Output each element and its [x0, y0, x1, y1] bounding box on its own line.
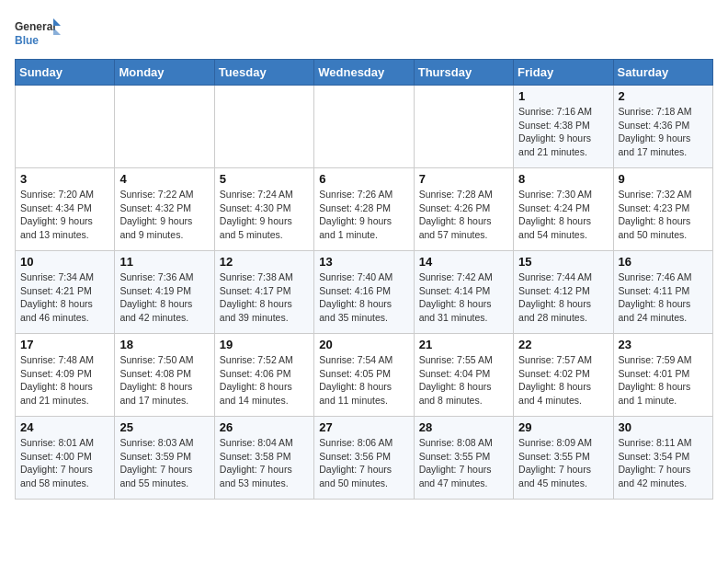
day-number: 25 [119, 420, 209, 434]
week-row-0: 1Sunrise: 7:16 AM Sunset: 4:38 PM Daylig… [16, 86, 713, 168]
header-cell-monday: Monday [115, 60, 214, 86]
day-cell: 18Sunrise: 7:50 AM Sunset: 4:08 PM Dayli… [115, 334, 214, 417]
day-info: Sunrise: 7:18 AM Sunset: 4:36 PM Dayligh… [619, 105, 708, 159]
day-number: 7 [419, 172, 508, 186]
day-cell: 12Sunrise: 7:38 AM Sunset: 4:17 PM Dayli… [214, 251, 313, 334]
day-cell: 10Sunrise: 7:34 AM Sunset: 4:21 PM Dayli… [16, 251, 115, 334]
day-info: Sunrise: 7:44 AM Sunset: 4:12 PM Dayligh… [518, 270, 608, 325]
day-info: Sunrise: 8:04 AM Sunset: 3:58 PM Dayligh… [220, 436, 309, 490]
day-info: Sunrise: 7:32 AM Sunset: 4:23 PM Dayligh… [619, 188, 708, 242]
day-info: Sunrise: 8:11 AM Sunset: 3:54 PM Dayligh… [619, 436, 708, 490]
day-cell: 11Sunrise: 7:36 AM Sunset: 4:19 PM Dayli… [115, 251, 214, 334]
week-row-4: 24Sunrise: 8:01 AM Sunset: 4:00 PM Dayli… [16, 417, 713, 500]
day-cell: 16Sunrise: 7:46 AM Sunset: 4:11 PM Dayli… [613, 251, 712, 334]
day-info: Sunrise: 7:46 AM Sunset: 4:11 PM Dayligh… [619, 270, 708, 325]
day-info: Sunrise: 7:54 AM Sunset: 4:05 PM Dayligh… [319, 353, 408, 408]
header-cell-friday: Friday [514, 60, 613, 86]
day-cell: 4Sunrise: 7:22 AM Sunset: 4:32 PM Daylig… [115, 168, 214, 251]
day-info: Sunrise: 8:01 AM Sunset: 4:00 PM Dayligh… [20, 436, 109, 490]
day-cell: 21Sunrise: 7:55 AM Sunset: 4:04 PM Dayli… [414, 334, 513, 417]
day-cell: 5Sunrise: 7:24 AM Sunset: 4:30 PM Daylig… [214, 168, 313, 251]
day-cell: 15Sunrise: 7:44 AM Sunset: 4:12 PM Dayli… [514, 251, 613, 334]
svg-text:Blue: Blue [15, 34, 39, 47]
day-info: Sunrise: 8:06 AM Sunset: 3:56 PM Dayligh… [319, 436, 408, 490]
day-number: 16 [619, 255, 708, 269]
svg-text:General: General [15, 20, 56, 33]
day-info: Sunrise: 7:36 AM Sunset: 4:19 PM Dayligh… [119, 270, 209, 325]
day-cell [314, 86, 414, 168]
header-row: SundayMondayTuesdayWednesdayThursdayFrid… [16, 60, 713, 86]
day-cell: 7Sunrise: 7:28 AM Sunset: 4:26 PM Daylig… [414, 168, 513, 251]
day-number: 27 [319, 420, 408, 434]
day-cell [16, 86, 115, 168]
day-number: 11 [119, 255, 209, 269]
day-info: Sunrise: 7:30 AM Sunset: 4:24 PM Dayligh… [518, 188, 608, 242]
day-number: 13 [319, 255, 408, 269]
day-info: Sunrise: 7:42 AM Sunset: 4:14 PM Dayligh… [419, 270, 508, 325]
day-info: Sunrise: 7:24 AM Sunset: 4:30 PM Dayligh… [220, 188, 309, 242]
logo-svg: General Blue [15, 15, 61, 52]
day-cell [414, 86, 513, 168]
day-cell: 25Sunrise: 8:03 AM Sunset: 3:59 PM Dayli… [115, 417, 214, 500]
day-number: 8 [518, 172, 608, 186]
day-cell: 17Sunrise: 7:48 AM Sunset: 4:09 PM Dayli… [16, 334, 115, 417]
day-number: 28 [419, 420, 508, 434]
day-number: 18 [119, 338, 209, 351]
day-number: 29 [518, 420, 608, 434]
day-cell: 6Sunrise: 7:26 AM Sunset: 4:28 PM Daylig… [314, 168, 414, 251]
day-cell: 3Sunrise: 7:20 AM Sunset: 4:34 PM Daylig… [16, 168, 115, 251]
day-info: Sunrise: 7:26 AM Sunset: 4:28 PM Dayligh… [319, 188, 408, 242]
day-number: 5 [220, 172, 309, 186]
calendar-table: SundayMondayTuesdayWednesdayThursdayFrid… [15, 59, 713, 500]
day-info: Sunrise: 7:22 AM Sunset: 4:32 PM Dayligh… [119, 188, 209, 242]
day-number: 15 [518, 255, 608, 269]
day-cell: 19Sunrise: 7:52 AM Sunset: 4:06 PM Dayli… [214, 334, 313, 417]
day-number: 30 [619, 420, 708, 434]
day-number: 24 [20, 420, 109, 434]
day-info: Sunrise: 7:38 AM Sunset: 4:17 PM Dayligh… [220, 270, 309, 325]
day-info: Sunrise: 7:52 AM Sunset: 4:06 PM Dayligh… [220, 353, 309, 408]
day-cell: 24Sunrise: 8:01 AM Sunset: 4:00 PM Dayli… [16, 417, 115, 500]
day-info: Sunrise: 7:50 AM Sunset: 4:08 PM Dayligh… [119, 353, 209, 408]
day-cell: 23Sunrise: 7:59 AM Sunset: 4:01 PM Dayli… [613, 334, 712, 417]
day-number: 6 [319, 172, 408, 186]
day-number: 19 [220, 338, 309, 351]
day-number: 12 [220, 255, 309, 269]
week-row-2: 10Sunrise: 7:34 AM Sunset: 4:21 PM Dayli… [16, 251, 713, 334]
day-info: Sunrise: 8:03 AM Sunset: 3:59 PM Dayligh… [119, 436, 209, 490]
day-cell: 1Sunrise: 7:16 AM Sunset: 4:38 PM Daylig… [514, 86, 613, 168]
day-cell: 14Sunrise: 7:42 AM Sunset: 4:14 PM Dayli… [414, 251, 513, 334]
day-number: 21 [419, 338, 508, 351]
day-info: Sunrise: 7:40 AM Sunset: 4:16 PM Dayligh… [319, 270, 408, 325]
day-info: Sunrise: 7:34 AM Sunset: 4:21 PM Dayligh… [20, 270, 109, 325]
day-number: 17 [20, 338, 109, 351]
day-cell: 28Sunrise: 8:08 AM Sunset: 3:55 PM Dayli… [414, 417, 513, 500]
day-info: Sunrise: 8:08 AM Sunset: 3:55 PM Dayligh… [419, 436, 508, 490]
day-number: 23 [619, 338, 708, 351]
day-number: 9 [619, 172, 708, 186]
day-cell: 22Sunrise: 7:57 AM Sunset: 4:02 PM Dayli… [514, 334, 613, 417]
day-cell: 27Sunrise: 8:06 AM Sunset: 3:56 PM Dayli… [314, 417, 414, 500]
day-cell: 26Sunrise: 8:04 AM Sunset: 3:58 PM Dayli… [214, 417, 313, 500]
day-cell: 30Sunrise: 8:11 AM Sunset: 3:54 PM Dayli… [613, 417, 712, 500]
day-info: Sunrise: 7:57 AM Sunset: 4:02 PM Dayligh… [518, 353, 608, 408]
header-cell-thursday: Thursday [414, 60, 513, 86]
day-info: Sunrise: 7:28 AM Sunset: 4:26 PM Dayligh… [419, 188, 508, 242]
day-number: 26 [220, 420, 309, 434]
day-cell: 2Sunrise: 7:18 AM Sunset: 4:36 PM Daylig… [613, 86, 712, 168]
day-number: 4 [119, 172, 209, 186]
day-cell [214, 86, 313, 168]
week-row-1: 3Sunrise: 7:20 AM Sunset: 4:34 PM Daylig… [16, 168, 713, 251]
day-info: Sunrise: 7:48 AM Sunset: 4:09 PM Dayligh… [20, 353, 109, 408]
header-cell-wednesday: Wednesday [314, 60, 414, 86]
day-number: 10 [20, 255, 109, 269]
day-info: Sunrise: 7:16 AM Sunset: 4:38 PM Dayligh… [518, 105, 608, 159]
svg-marker-2 [53, 18, 61, 26]
header-cell-sunday: Sunday [16, 60, 115, 86]
day-cell: 20Sunrise: 7:54 AM Sunset: 4:05 PM Dayli… [314, 334, 414, 417]
day-info: Sunrise: 8:09 AM Sunset: 3:55 PM Dayligh… [518, 436, 608, 490]
day-info: Sunrise: 7:59 AM Sunset: 4:01 PM Dayligh… [619, 353, 708, 408]
day-cell: 8Sunrise: 7:30 AM Sunset: 4:24 PM Daylig… [514, 168, 613, 251]
day-number: 20 [319, 338, 408, 351]
day-number: 1 [518, 89, 608, 103]
